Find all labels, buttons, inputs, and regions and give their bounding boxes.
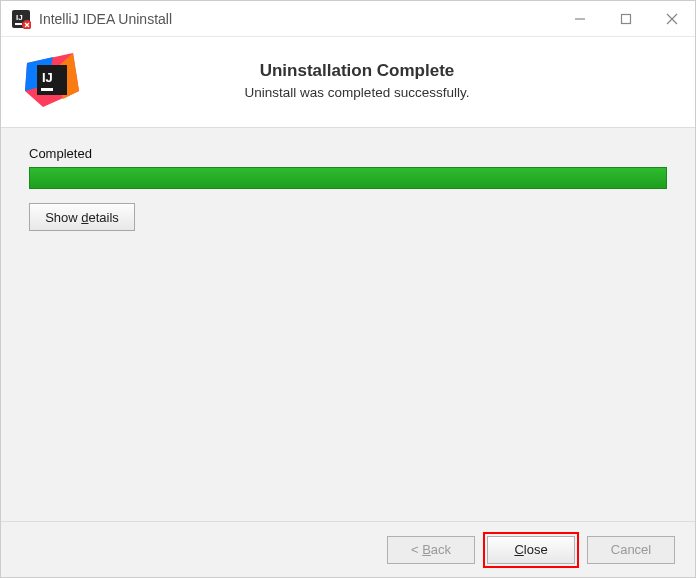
cancel-button: Cancel [587, 536, 675, 564]
window-controls [557, 1, 695, 36]
svg-rect-13 [41, 88, 53, 91]
svg-rect-2 [15, 23, 22, 25]
window-title: IntelliJ IDEA Uninstall [39, 11, 557, 27]
maximize-button[interactable] [603, 1, 649, 36]
show-details-button[interactable]: Show details [29, 203, 135, 231]
progress-bar [29, 167, 667, 189]
dialog-footer: < Back Close Cancel [1, 521, 695, 577]
dialog-body: Completed Show details [1, 128, 695, 521]
back-button: < Back [387, 536, 475, 564]
header-title: Uninstallation Complete [101, 61, 613, 81]
header-subtitle: Uninstall was completed successfully. [101, 85, 613, 100]
svg-text:IJ: IJ [16, 13, 23, 22]
status-label: Completed [29, 146, 667, 161]
intellij-logo-icon: IJ [23, 51, 81, 109]
close-button[interactable]: Close [487, 536, 575, 564]
uninstall-dialog: IJ IntelliJ IDEA Uninstall [0, 0, 696, 578]
header-text: Uninstallation Complete Uninstall was co… [101, 61, 673, 100]
dialog-header: IJ Uninstallation Complete Uninstall was… [1, 37, 695, 128]
svg-text:IJ: IJ [42, 70, 53, 85]
titlebar: IJ IntelliJ IDEA Uninstall [1, 1, 695, 37]
app-icon: IJ [11, 9, 31, 29]
svg-rect-5 [622, 14, 631, 23]
minimize-button[interactable] [557, 1, 603, 36]
close-window-button[interactable] [649, 1, 695, 36]
